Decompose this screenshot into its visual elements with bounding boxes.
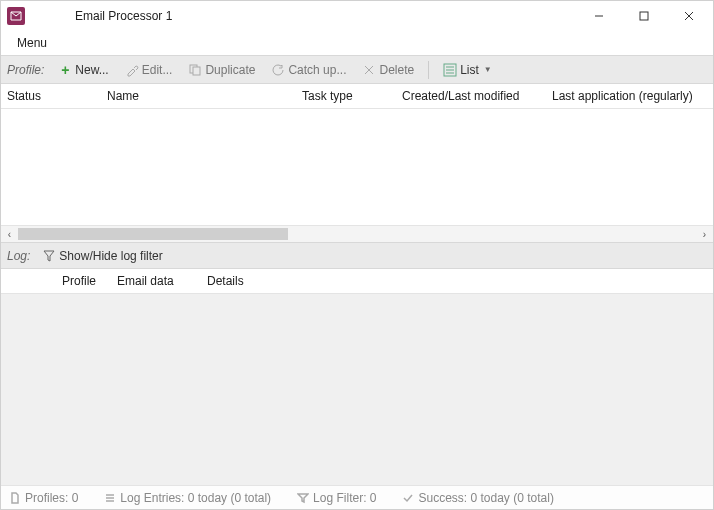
scroll-thumb[interactable]: [18, 228, 288, 240]
profile-grid-header: Status Name Task type Created/Last modif…: [1, 84, 713, 109]
col-name[interactable]: Name: [101, 85, 296, 107]
delete-icon: [362, 63, 376, 77]
menubar: Menu: [1, 31, 713, 55]
catchup-button[interactable]: Catch up...: [265, 61, 352, 79]
svg-rect-5: [193, 67, 200, 75]
close-button[interactable]: [666, 2, 711, 30]
status-profiles: Profiles: 0: [9, 491, 78, 505]
catchup-button-label: Catch up...: [288, 63, 346, 77]
log-grid: Profile Email data Details: [1, 269, 713, 412]
list-icon: [104, 492, 116, 504]
maximize-button[interactable]: [621, 2, 666, 30]
new-button[interactable]: + New...: [52, 61, 114, 79]
filter-icon: [42, 249, 56, 263]
log-area-filler: [1, 412, 713, 485]
scroll-right-arrow[interactable]: ›: [696, 229, 713, 240]
profile-hscrollbar[interactable]: ‹ ›: [1, 225, 713, 242]
window-title: Email Processor 1: [75, 9, 172, 23]
toolbar-separator: [428, 61, 429, 79]
status-log-filter-text: Log Filter: 0: [313, 491, 376, 505]
profile-toolbar-label: Profile:: [7, 63, 44, 77]
col-created[interactable]: Created/Last modified: [396, 85, 546, 107]
status-success: Success: 0 today (0 total): [402, 491, 553, 505]
log-toolbar-label: Log:: [7, 249, 30, 263]
status-success-text: Success: 0 today (0 total): [418, 491, 553, 505]
edit-button[interactable]: Edit...: [119, 61, 179, 79]
new-button-label: New...: [75, 63, 108, 77]
statusbar: Profiles: 0 Log Entries: 0 today (0 tota…: [1, 485, 713, 509]
log-grid-header: Profile Email data Details: [1, 269, 713, 294]
scroll-track[interactable]: [18, 228, 696, 240]
plus-icon: +: [58, 63, 72, 77]
copy-icon: [188, 63, 202, 77]
chevron-down-icon: ▼: [484, 65, 492, 74]
status-log-entries: Log Entries: 0 today (0 total): [104, 491, 271, 505]
profile-grid: Status Name Task type Created/Last modif…: [1, 84, 713, 242]
delete-button-label: Delete: [379, 63, 414, 77]
refresh-icon: [271, 63, 285, 77]
document-icon: [9, 492, 21, 504]
filter-icon: [297, 492, 309, 504]
col-status[interactable]: Status: [1, 85, 101, 107]
app-icon: [7, 7, 25, 25]
status-log-filter: Log Filter: 0: [297, 491, 376, 505]
duplicate-button-label: Duplicate: [205, 63, 255, 77]
view-mode-button[interactable]: List ▼: [437, 61, 498, 79]
delete-button[interactable]: Delete: [356, 61, 420, 79]
list-icon: [443, 63, 457, 77]
log-grid-body[interactable]: [1, 294, 713, 412]
status-log-entries-text: Log Entries: 0 today (0 total): [120, 491, 271, 505]
profile-grid-body[interactable]: [1, 109, 713, 225]
col-log-emaildata[interactable]: Email data: [111, 270, 201, 292]
profile-toolbar: Profile: + New... Edit... Duplicate Catc…: [1, 55, 713, 84]
window-controls: [576, 2, 711, 30]
svg-rect-1: [640, 12, 648, 20]
minimize-button[interactable]: [576, 2, 621, 30]
toggle-log-filter-button[interactable]: Show/Hide log filter: [36, 247, 168, 265]
wrench-icon: [125, 63, 139, 77]
col-log-blank[interactable]: [1, 277, 56, 285]
toggle-log-filter-label: Show/Hide log filter: [59, 249, 162, 263]
scroll-left-arrow[interactable]: ‹: [1, 229, 18, 240]
col-log-details[interactable]: Details: [201, 270, 713, 292]
view-mode-label: List: [460, 63, 479, 77]
col-tasktype[interactable]: Task type: [296, 85, 396, 107]
menu-item-menu[interactable]: Menu: [11, 34, 53, 52]
log-toolbar: Log: Show/Hide log filter: [1, 242, 713, 269]
check-icon: [402, 492, 414, 504]
duplicate-button[interactable]: Duplicate: [182, 61, 261, 79]
status-profiles-text: Profiles: 0: [25, 491, 78, 505]
col-lastapp[interactable]: Last application (regularly): [546, 85, 713, 107]
titlebar: Email Processor 1: [1, 1, 713, 31]
col-log-profile[interactable]: Profile: [56, 270, 111, 292]
edit-button-label: Edit...: [142, 63, 173, 77]
